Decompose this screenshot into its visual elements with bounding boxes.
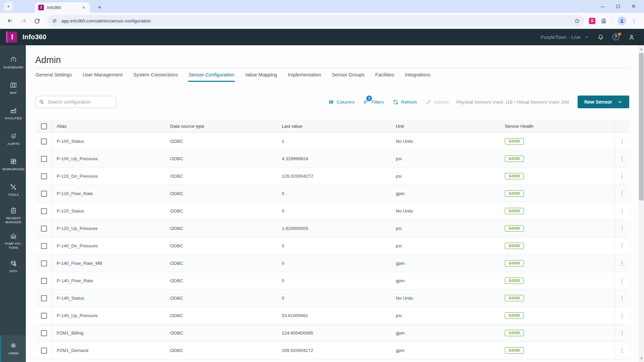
- row-menu-button[interactable]: ⋮: [619, 295, 625, 301]
- sidebar-item-dashboard[interactable]: DASHBOARD: [0, 50, 26, 75]
- cell-unit: gpm: [392, 278, 502, 283]
- row-checkbox[interactable]: [41, 156, 47, 162]
- scrollbar-thumb[interactable]: [639, 53, 644, 200]
- help-icon[interactable]: ?: [612, 34, 620, 41]
- scroll-down-icon[interactable]: ▼: [639, 356, 644, 361]
- sidebar-item-incident-manager[interactable]: INCIDENT MANAGER: [0, 203, 26, 228]
- cell-data-source-type: ODBC: [166, 278, 278, 283]
- actions-button[interactable]: Actions: [426, 99, 449, 105]
- table-row: P-120_Status ODBC 0 No Units GOOD ⋮: [35, 202, 629, 220]
- sidebar-item-data[interactable]: DATA: [0, 254, 26, 279]
- column-header-data-source-type[interactable]: Data source type: [166, 124, 278, 129]
- row-checkbox[interactable]: [41, 226, 47, 232]
- browser-menu-icon[interactable]: ⋮: [631, 18, 637, 24]
- forward-icon[interactable]: [19, 16, 28, 25]
- close-button[interactable]: ✕: [626, 3, 641, 9]
- sensor-health-badge: GOOD: [505, 173, 524, 179]
- sidebar-item-alerts[interactable]: ALERTS: [0, 126, 26, 152]
- search-input[interactable]: [48, 99, 108, 105]
- row-checkbox[interactable]: [41, 278, 47, 284]
- column-header-sensor-health[interactable]: Sensor Health: [502, 124, 614, 129]
- cell-alias: P-120_Status: [53, 208, 166, 214]
- scroll-up-icon[interactable]: ▲: [639, 46, 644, 52]
- tab-sensor-configuration[interactable]: Sensor Configuration: [188, 72, 234, 82]
- row-menu-button[interactable]: ⋮: [619, 313, 625, 318]
- user-account-icon[interactable]: [628, 34, 635, 41]
- filters-button[interactable]: 3 Filters: [363, 99, 384, 105]
- clipboard-icon: [10, 207, 17, 214]
- database-icon: [10, 260, 17, 267]
- select-all-checkbox[interactable]: [41, 123, 47, 129]
- cell-alias: P-100_Status: [53, 139, 166, 144]
- column-header-last-value[interactable]: Last value: [278, 124, 392, 129]
- sidebar-item-tools[interactable]: TOOLS: [0, 177, 26, 203]
- minimize-button[interactable]: —: [595, 4, 610, 9]
- refresh-button[interactable]: Refresh: [393, 99, 417, 105]
- reload-icon[interactable]: [32, 16, 42, 25]
- row-checkbox[interactable]: [41, 138, 47, 144]
- cell-last-value: 0: [278, 208, 392, 214]
- row-checkbox[interactable]: [41, 348, 47, 354]
- cell-unit: No Units: [392, 296, 502, 301]
- browser-profile-avatar[interactable]: [618, 16, 626, 25]
- maximize-button[interactable]: [610, 4, 626, 9]
- columns-button[interactable]: Columns: [328, 99, 355, 105]
- row-checkbox[interactable]: [41, 260, 47, 266]
- table-row: P-140_Status ODBC 0 No Units GOOD ⋮: [35, 290, 629, 307]
- row-menu-button[interactable]: ⋮: [619, 260, 625, 266]
- row-checkbox[interactable]: [41, 330, 47, 336]
- address-bar[interactable]: app.info360.com/admin/sensor-configurati…: [48, 15, 584, 26]
- tab-user-management[interactable]: User Management: [82, 72, 123, 82]
- browser-tab[interactable]: I Info360 ✕: [35, 2, 90, 13]
- row-menu-button[interactable]: ⋮: [619, 138, 625, 144]
- sidebar-item-map[interactable]: MAP: [0, 75, 26, 101]
- tab-implementation[interactable]: Implementation: [287, 72, 321, 82]
- row-menu-button[interactable]: ⋮: [619, 330, 625, 336]
- row-menu-button[interactable]: ⋮: [619, 226, 625, 231]
- row-menu-button[interactable]: ⋮: [619, 191, 625, 196]
- table-header: Alias Data source type Last value Unit S…: [35, 120, 629, 133]
- column-header-alias[interactable]: Alias: [53, 124, 166, 129]
- row-checkbox[interactable]: [41, 295, 47, 301]
- tab-value-mapping[interactable]: Value Mapping: [245, 72, 278, 82]
- environment-selector[interactable]: PurpleTown - Live: [541, 34, 589, 40]
- page-scrollbar[interactable]: ▲ ▼: [639, 45, 644, 362]
- row-menu-button[interactable]: ⋮: [619, 156, 625, 162]
- tab-integrations[interactable]: Integrations: [405, 72, 431, 82]
- extension-icon[interactable]: S: [589, 18, 595, 24]
- row-menu-button[interactable]: ⋮: [619, 348, 625, 353]
- tab-facilities[interactable]: Facilities: [375, 72, 394, 82]
- site-info-icon[interactable]: [52, 18, 57, 24]
- cell-data-source-type: ODBC: [166, 139, 278, 144]
- row-checkbox[interactable]: [41, 208, 47, 214]
- extensions-puzzle-icon[interactable]: [600, 17, 607, 24]
- row-menu-button[interactable]: ⋮: [619, 243, 625, 249]
- tab-close-icon[interactable]: ✕: [81, 5, 87, 10]
- factory-icon: [10, 107, 17, 114]
- cell-unit: psi: [392, 226, 502, 231]
- bookmark-star-icon[interactable]: [574, 18, 580, 24]
- tab-system-connections[interactable]: System Connections: [133, 72, 178, 82]
- new-sensor-button[interactable]: New Sensor: [578, 96, 629, 108]
- tab-sensor-groups[interactable]: Sensor Groups: [331, 72, 365, 82]
- row-checkbox[interactable]: [41, 243, 47, 249]
- sidebar-item-pump-sta-tions[interactable]: PUMP STA-TIONS: [0, 228, 26, 254]
- new-tab-button[interactable]: +: [95, 3, 104, 12]
- cell-unit: gpm: [392, 191, 502, 196]
- notifications-bell-icon[interactable]: [597, 34, 604, 41]
- row-menu-button[interactable]: ⋮: [619, 278, 625, 284]
- tab-general-settings[interactable]: General Settings: [35, 72, 72, 82]
- row-menu-button[interactable]: ⋮: [619, 208, 625, 214]
- row-menu-button[interactable]: ⋮: [619, 173, 625, 179]
- back-icon[interactable]: [5, 16, 15, 25]
- sidebar-item-facilities[interactable]: FACILITIES: [0, 101, 26, 126]
- sidebar-item-admin[interactable]: ADMIN: [0, 335, 26, 362]
- table-row: P-140_Up_Pressure ODBC 53.61000061 psi G…: [35, 307, 629, 324]
- row-checkbox[interactable]: [41, 313, 47, 319]
- column-header-unit[interactable]: Unit: [392, 124, 502, 129]
- row-checkbox[interactable]: [41, 191, 47, 197]
- tab-search-button[interactable]: ▾: [4, 2, 13, 11]
- sidebar-item-workspaces[interactable]: WORKSPACES: [0, 152, 26, 177]
- columns-icon: [328, 99, 334, 105]
- row-checkbox[interactable]: [41, 173, 47, 179]
